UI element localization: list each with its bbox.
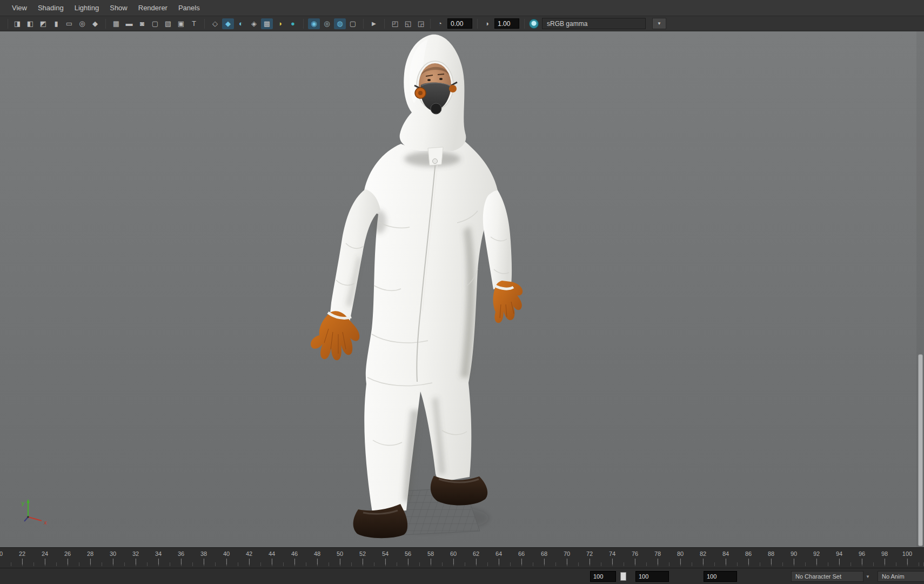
checkered-icon[interactable]: ▩ [261,18,273,29]
frame-label-34: 34 [155,550,162,557]
left-glove [311,311,359,360]
multisample-icon[interactable]: ▢ [347,18,359,29]
character-set-filter-icon[interactable]: ▼ [866,574,870,579]
character-model[interactable] [311,35,523,538]
bookmark-icon[interactable]: ▮ [50,18,62,29]
menu-view[interactable]: View [6,2,32,14]
field-chart-icon[interactable]: ▧ [162,18,174,29]
image-plane-icon[interactable]: ▭ [63,18,75,29]
gamma-field[interactable] [494,18,519,29]
2d-pan-zoom-icon[interactable]: ◎ [76,18,88,29]
toolbar-icon-groups: ◨◧◩▮▭◎◆▦▬◙▢▧▣T◇◆◐◈▩◑●◉◎◍▢►◰◱◲ [11,18,427,29]
frame-label-56: 56 [405,550,411,557]
safe-title-icon[interactable]: T [188,18,200,29]
film-gate-icon[interactable]: ▬ [123,18,135,29]
right-boot [431,476,487,506]
shadows-icon[interactable]: ● [287,18,299,29]
motion-blur-icon[interactable]: ◍ [334,18,346,29]
anim-layer-value: No Anim [882,573,905,580]
resolution-gate-icon[interactable]: ◙ [136,18,148,29]
view-transform-value: sRGB gamma [547,20,587,28]
frame-label-66: 66 [518,550,525,557]
right-sleeve [483,190,512,289]
frame-label-32: 32 [132,550,139,557]
frame-label-84: 84 [722,550,729,557]
gate-mask-icon[interactable]: ▢ [149,18,161,29]
viewport[interactable]: y x [0,31,924,547]
snapshot-icon[interactable]: ◲ [415,18,427,29]
frame-label-90: 90 [791,550,797,557]
frame-label-76: 76 [632,550,638,557]
frame-label-86: 86 [745,550,752,557]
frame-label-98: 98 [881,550,888,557]
frame-label-64: 64 [496,550,502,557]
frame-label-58: 58 [427,550,434,557]
frame-label-54: 54 [382,550,389,557]
right-cartridge [449,85,457,92]
frame-label-72: 72 [586,550,593,557]
textured-icon[interactable]: ◐ [235,18,247,29]
range-slider-handle[interactable] [620,572,626,581]
time-slider[interactable]: 2022242628303234363840424446485052545658… [0,547,924,568]
frame-label-28: 28 [87,550,93,557]
frame-label-52: 52 [359,550,366,557]
frame-label-78: 78 [654,550,661,557]
frame-label-60: 60 [450,550,457,557]
copy-view-icon[interactable]: ◰ [389,18,401,29]
grid-icon[interactable]: ▦ [110,18,122,29]
menu-renderer[interactable]: Renderer [133,2,173,14]
animation-end-field[interactable] [704,571,737,582]
frame-label-22: 22 [19,550,25,557]
frame-label-42: 42 [246,550,252,557]
lighting-icon[interactable]: ◑ [274,18,286,29]
frame-label-44: 44 [269,550,275,557]
frame-label-26: 26 [64,550,71,557]
camera-attributes-icon[interactable]: ◩ [37,18,49,29]
frame-label-92: 92 [813,550,820,557]
frame-label-100: 100 [902,550,912,557]
exposure-field[interactable] [447,18,472,29]
frame-label-96: 96 [859,550,865,557]
exposure-icon[interactable]: ◔ [434,18,446,29]
frame-label-36: 36 [178,550,184,557]
paste-view-icon[interactable]: ◱ [402,18,414,29]
view-transform-dropdown[interactable]: sRGB gamma [542,18,646,29]
select-camera-icon[interactable]: ◨ [11,18,23,29]
gamma-icon[interactable]: ◑ [481,18,493,29]
frame-label-20: 20 [0,550,3,557]
frame-label-48: 48 [314,550,320,557]
menu-panels[interactable]: Panels [173,2,205,14]
playback-start-field[interactable] [590,571,616,582]
panel-menus: ViewShadingLightingShowRendererPanels [6,2,205,14]
screen-space-ao-icon[interactable]: ◉ [308,18,320,29]
frame-label-74: 74 [609,550,615,557]
menu-lighting[interactable]: Lighting [69,2,105,14]
time-slider-minor-ticks [0,562,924,566]
view-transform-dropdown-arrow-icon[interactable]: ▼ [652,18,666,29]
depth-of-field-icon[interactable]: ◎ [321,18,333,29]
scene-canvas: y x [0,31,924,547]
toolbar-separator [8,19,8,29]
toolbar-separator [384,19,385,29]
lock-camera-icon[interactable]: ◧ [24,18,36,29]
playback-end-field[interactable] [635,571,669,582]
wireframe-icon[interactable]: ◇ [209,18,221,29]
left-sleeve [330,189,380,322]
safe-action-icon[interactable]: ▣ [175,18,187,29]
frame-label-80: 80 [677,550,684,557]
viewport-scrollbar-thumb[interactable] [918,354,923,546]
color-management-icon[interactable] [529,19,539,29]
toolbar-separator [105,19,106,29]
grease-pencil-icon[interactable]: ◆ [89,18,101,29]
panel-menu-bar: ViewShadingLightingShowRendererPanels [0,0,924,16]
frame-label-62: 62 [473,550,479,557]
menu-show[interactable]: Show [104,2,133,14]
anim-layer-dropdown[interactable]: No Anim [878,571,924,582]
isolate-select-icon[interactable]: ► [368,18,380,29]
character-set-dropdown[interactable]: No Character Set [791,571,863,582]
use-default-material-icon[interactable]: ◈ [248,18,260,29]
menu-shading[interactable]: Shading [32,2,69,14]
frame-label-50: 50 [337,550,343,557]
smooth-shade-all-icon[interactable]: ◆ [222,18,234,29]
toolbar-separator [303,19,304,29]
